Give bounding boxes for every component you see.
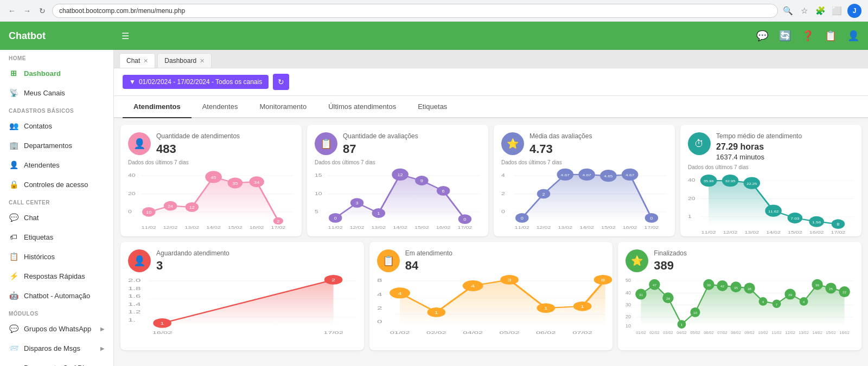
profile-icon[interactable]: ⬜ bbox=[831, 5, 842, 16]
sidebar-item-grupos[interactable]: 💬 Grupos do WhatsApp ▶ bbox=[0, 319, 113, 338]
sidebar-etiquetas-label: Etiquetas bbox=[24, 233, 53, 241]
sidebar-item-chat[interactable]: 💬 Chat bbox=[0, 208, 113, 227]
svg-text:29: 29 bbox=[788, 293, 793, 297]
subtab-atendentes[interactable]: Atendentes bbox=[192, 96, 249, 118]
em-atendimento-title: Em atendimento bbox=[405, 249, 452, 258]
em-atendimento-value: 84 bbox=[405, 259, 452, 273]
browser-chrome: ← → ↻ chatboot.bootcomp.com.br/menu/menu… bbox=[0, 0, 868, 22]
browser-action-icons: 🔍 ☆ 🧩 ⬜ J bbox=[782, 4, 861, 18]
reload-button[interactable]: ↻ bbox=[37, 5, 48, 16]
tab-dashboard[interactable]: Dashboard ✕ bbox=[157, 53, 212, 68]
user-icon[interactable]: 👤 bbox=[847, 30, 859, 42]
card-aguardando-header: 👤 Aguardando atendimento 3 bbox=[128, 249, 356, 273]
avaliacoes-text: Quantidade de avaliações 87 bbox=[343, 132, 418, 156]
tab-chat-close[interactable]: ✕ bbox=[143, 57, 148, 65]
subtab-etiquetas[interactable]: Etiquetas bbox=[407, 96, 458, 118]
svg-text:36: 36 bbox=[815, 283, 820, 287]
tempo-title: Tempo médio de atendimento bbox=[716, 132, 802, 141]
subtab-ultimos[interactable]: Últimos atendimentos bbox=[317, 96, 407, 118]
docs-icon: ☁ bbox=[9, 363, 18, 366]
filter-icon: ▼ bbox=[129, 78, 136, 86]
tab-chat[interactable]: Chat ✕ bbox=[119, 53, 155, 68]
sidebar-item-docs[interactable]: ☁ Documentação API bbox=[0, 358, 113, 366]
svg-text:1.6: 1.6 bbox=[128, 293, 141, 299]
svg-text:38: 38 bbox=[748, 287, 752, 291]
sidebar-item-chatbot[interactable]: 🤖 Chatbot - Automação bbox=[0, 286, 113, 305]
svg-marker-34 bbox=[335, 174, 465, 221]
finalizados-chart: 50 40 30 20 10 bbox=[626, 275, 854, 329]
sidebar-item-contatos[interactable]: 👥 Contatos bbox=[0, 116, 113, 136]
svg-text:11.62: 11.62 bbox=[768, 210, 778, 213]
card-avaliacoes-header: 📋 Quantidade de avaliações 87 bbox=[315, 132, 481, 156]
url-bar[interactable]: chatboot.bootcomp.com.br/menu/menu.php bbox=[52, 4, 778, 18]
sidebar-item-departamentos[interactable]: 🏢 Departamentos bbox=[0, 136, 113, 155]
notifications-icon[interactable]: 📋 bbox=[825, 30, 837, 42]
sidebar-toggle-icon[interactable]: ☰ bbox=[122, 31, 129, 41]
svg-text:10/02: 10/02 bbox=[758, 330, 768, 335]
atendimentos-value: 483 bbox=[156, 142, 240, 156]
sidebar-disparos-label: Disparos de Msgs bbox=[24, 344, 80, 352]
sidebar-item-etiquetas[interactable]: 🏷 Etiquetas bbox=[0, 227, 113, 247]
svg-text:42: 42 bbox=[720, 285, 725, 288]
aguardando-text: Aguardando atendimento 3 bbox=[156, 249, 229, 273]
sidebar-item-respostas[interactable]: ⚡ Respostas Rápidas bbox=[0, 266, 113, 286]
svg-text:15/02: 15/02 bbox=[601, 225, 616, 229]
help-icon[interactable]: ❓ bbox=[802, 30, 814, 42]
svg-text:13/02: 13/02 bbox=[184, 225, 199, 229]
media-chart: 4 2 0 0 2 bbox=[501, 170, 667, 224]
sidebar-section-cadastros: CADASTROS BÁSICOS bbox=[0, 102, 113, 116]
departamentos-icon: 🏢 bbox=[9, 140, 18, 150]
dashboard-header: ▼ 01/02/2024 - 17/02/2024 - Todos os can… bbox=[114, 68, 868, 96]
sidebar-controles-label: Controles de acesso bbox=[24, 181, 88, 189]
svg-text:39: 39 bbox=[707, 283, 711, 287]
atendentes-icon: 👤 bbox=[9, 160, 18, 170]
svg-text:2: 2 bbox=[377, 306, 382, 311]
bookmark-icon[interactable]: ☆ bbox=[799, 5, 809, 16]
svg-text:09/02: 09/02 bbox=[745, 330, 755, 335]
svg-text:2: 2 bbox=[501, 190, 505, 196]
svg-text:05/02: 05/02 bbox=[691, 330, 700, 335]
subtab-atendimentos[interactable]: Atendimentos bbox=[123, 96, 192, 118]
sidebar-item-atendentes[interactable]: 👤 Atendentes bbox=[0, 155, 113, 175]
tab-dashboard-close[interactable]: ✕ bbox=[200, 57, 205, 65]
contatos-icon: 👥 bbox=[9, 121, 18, 131]
svg-text:16/02: 16/02 bbox=[809, 230, 824, 234]
extension-icon[interactable]: 🧩 bbox=[815, 5, 826, 16]
svg-text:16/02: 16/02 bbox=[152, 330, 173, 335]
svg-text:32.95: 32.95 bbox=[725, 179, 735, 183]
forward-button[interactable]: → bbox=[22, 5, 33, 16]
atendimentos-chart: 40 20 0 bbox=[128, 170, 294, 224]
svg-text:47: 47 bbox=[653, 283, 657, 287]
svg-text:0: 0 bbox=[128, 208, 132, 214]
filter-button[interactable]: ▼ 01/02/2024 - 17/02/2024 - Todos os can… bbox=[123, 75, 269, 89]
finalizados-card-icon: ⭐ bbox=[626, 249, 648, 272]
svg-text:05/02: 05/02 bbox=[499, 330, 519, 335]
svg-text:16/02: 16/02 bbox=[840, 330, 850, 335]
chat-icon[interactable]: 💬 bbox=[756, 30, 768, 42]
back-button[interactable]: ← bbox=[7, 5, 17, 16]
svg-text:1: 1 bbox=[688, 213, 692, 219]
sidebar-item-disparos[interactable]: 📨 Disparos de Msgs ▶ bbox=[0, 338, 113, 358]
card-em-atendimento-header: 📋 Em atendimento 84 bbox=[377, 249, 605, 273]
tab-bar: Chat ✕ Dashboard ✕ bbox=[114, 50, 868, 68]
svg-text:35: 35 bbox=[734, 286, 738, 290]
svg-text:12/02: 12/02 bbox=[163, 225, 178, 229]
sidebar-item-historicos[interactable]: 📋 Históricos bbox=[0, 247, 113, 266]
user-avatar[interactable]: J bbox=[847, 4, 861, 18]
svg-text:03/02: 03/02 bbox=[663, 330, 673, 335]
subtab-monitoramento[interactable]: Monitoramento bbox=[248, 96, 317, 118]
sidebar-item-dashboard[interactable]: ⊞ Dashboard bbox=[0, 63, 113, 83]
sidebar-chatbot-label: Chatbot - Automação bbox=[24, 292, 90, 300]
search-icon[interactable]: 🔍 bbox=[782, 5, 793, 16]
sidebar-item-controles[interactable]: 🔒 Controles de acesso bbox=[0, 175, 113, 194]
refresh-icon[interactable]: 🔄 bbox=[779, 30, 791, 42]
cards-container: 👤 Quantidade de atendimentos 483 Dados d… bbox=[114, 118, 868, 366]
svg-text:10: 10 bbox=[146, 210, 152, 214]
svg-text:1: 1 bbox=[544, 307, 548, 311]
svg-text:04/02: 04/02 bbox=[677, 330, 687, 335]
svg-text:15/02: 15/02 bbox=[228, 225, 242, 229]
sidebar-item-meus-canais[interactable]: 📡 Meus Canais bbox=[0, 83, 113, 102]
sidebar-respostas-label: Respostas Rápidas bbox=[24, 272, 85, 280]
svg-text:1: 1 bbox=[435, 311, 439, 314]
refresh-button[interactable]: ↻ bbox=[273, 74, 289, 90]
